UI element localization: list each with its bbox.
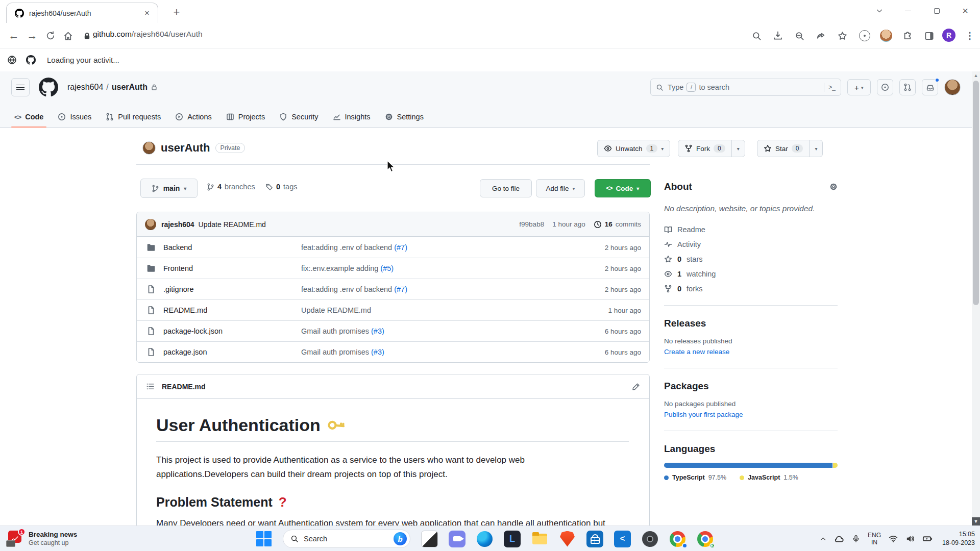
side-panel-icon[interactable] bbox=[922, 29, 936, 43]
scroll-down-icon[interactable]: ▼ bbox=[972, 517, 980, 525]
share-icon[interactable] bbox=[814, 29, 828, 43]
tab-settings[interactable]: Settings bbox=[378, 107, 431, 127]
tab-actions[interactable]: Actions bbox=[168, 107, 219, 127]
star-button[interactable]: Star 0 ▾ bbox=[757, 140, 823, 157]
volume-icon[interactable] bbox=[905, 534, 915, 543]
extension-circle-icon[interactable] bbox=[857, 29, 872, 43]
commit-author[interactable]: rajesh604 bbox=[161, 220, 194, 229]
address-bar[interactable]: github.com/rajesh604/userAuth bbox=[93, 30, 203, 39]
star-caret[interactable]: ▾ bbox=[809, 140, 822, 157]
window-maximize-button[interactable] bbox=[925, 0, 948, 21]
l-app-icon[interactable]: L bbox=[504, 531, 521, 547]
tab-insights[interactable]: Insights bbox=[326, 107, 378, 127]
browser-profile-avatar[interactable]: R bbox=[942, 29, 955, 42]
issues-header-icon[interactable] bbox=[877, 79, 893, 95]
sidebar-readme-link[interactable]: Readme bbox=[664, 226, 838, 234]
brave-app-icon[interactable] bbox=[559, 531, 576, 547]
tab-projects[interactable]: Projects bbox=[219, 107, 272, 127]
chrome-app-icon[interactable] bbox=[669, 531, 686, 547]
home-icon[interactable] bbox=[60, 28, 76, 43]
breadcrumb-owner[interactable]: rajesh604 bbox=[67, 83, 103, 92]
browser-tab[interactable]: rajesh604/userAuth × bbox=[6, 3, 158, 23]
add-file-button[interactable]: Add file▾ bbox=[536, 179, 585, 197]
edit-pencil-icon[interactable] bbox=[632, 383, 640, 391]
bookmark-star-icon[interactable] bbox=[835, 29, 849, 43]
zoom-out-icon[interactable] bbox=[792, 29, 806, 43]
language-javascript[interactable]: JavaScript1.5% bbox=[740, 474, 798, 481]
battery-icon[interactable] bbox=[922, 534, 933, 544]
file-explorer-app-icon[interactable] bbox=[531, 531, 548, 547]
tab-search-caret-icon[interactable] bbox=[868, 0, 891, 21]
command-palette-icon[interactable]: >_ bbox=[828, 84, 836, 91]
github-logo-icon[interactable] bbox=[39, 78, 58, 97]
sidebar-activity-link[interactable]: Activity bbox=[664, 240, 838, 248]
profile-extension-icon[interactable] bbox=[879, 29, 893, 43]
task-view-app-icon[interactable] bbox=[421, 531, 438, 547]
sidebar-forks-link[interactable]: 0forks bbox=[664, 285, 838, 293]
repo-owner-avatar[interactable] bbox=[142, 141, 156, 155]
search-icon[interactable] bbox=[749, 29, 764, 43]
chrome-profile-k-app-icon[interactable]: K bbox=[697, 531, 714, 547]
create-new-button[interactable]: +▾ bbox=[847, 79, 871, 95]
tab-security[interactable]: Security bbox=[272, 107, 325, 127]
pr-link[interactable]: (#5) bbox=[380, 264, 394, 272]
globe-icon[interactable] bbox=[7, 55, 17, 65]
fork-caret[interactable]: ▾ bbox=[731, 140, 745, 157]
pr-link[interactable]: (#7) bbox=[394, 285, 407, 293]
branches-link[interactable]: 4branches bbox=[207, 183, 255, 191]
fork-button[interactable]: Fork 0 ▾ bbox=[678, 140, 745, 157]
back-icon[interactable]: ← bbox=[6, 28, 21, 43]
pull-requests-header-icon[interactable] bbox=[899, 79, 916, 95]
onedrive-cloud-icon[interactable] bbox=[834, 534, 844, 544]
dark-app-icon[interactable] bbox=[642, 531, 658, 547]
pr-link[interactable]: (#7) bbox=[394, 243, 407, 252]
taskbar-clock[interactable]: 15:05 18-09-2023 bbox=[942, 530, 975, 547]
inbox-icon[interactable] bbox=[922, 79, 938, 95]
taskbar-search-input[interactable]: Search b bbox=[283, 530, 410, 548]
github-user-avatar[interactable] bbox=[944, 79, 961, 95]
start-button[interactable] bbox=[255, 531, 272, 547]
file-row[interactable]: README.md Update README.md 1 hour ago bbox=[137, 299, 649, 320]
sidebar-watching-link[interactable]: 1watching bbox=[664, 270, 838, 278]
go-to-file-button[interactable]: Go to file bbox=[480, 179, 532, 197]
microsoft-store-app-icon[interactable] bbox=[586, 531, 603, 547]
extensions-puzzle-icon[interactable] bbox=[900, 29, 915, 43]
file-row[interactable]: Backend feat:adding .env of backend (#7)… bbox=[137, 237, 649, 258]
vscode-app-icon[interactable]: < bbox=[614, 531, 631, 547]
reload-icon[interactable] bbox=[43, 28, 58, 43]
pr-link[interactable]: (#3) bbox=[371, 327, 384, 335]
edge-app-icon[interactable] bbox=[476, 531, 493, 547]
tab-code[interactable]: <>Code bbox=[7, 107, 51, 127]
tab-close-icon[interactable]: × bbox=[141, 8, 153, 19]
taskbar-news-widget[interactable]: 1 Breaking news Get caught up bbox=[6, 526, 77, 551]
page-scrollbar[interactable]: ▲ ▼ bbox=[972, 71, 980, 525]
tab-pull-requests[interactable]: Pull requests bbox=[99, 107, 168, 127]
gear-icon[interactable] bbox=[829, 183, 838, 191]
breadcrumb-repo[interactable]: userAuth bbox=[112, 83, 148, 92]
scrollbar-thumb[interactable] bbox=[973, 81, 979, 305]
github-search-input[interactable]: Type / to search >_ bbox=[650, 79, 841, 96]
github-loading-favicon-icon[interactable] bbox=[26, 55, 36, 65]
new-tab-button[interactable]: + bbox=[168, 4, 185, 20]
file-row[interactable]: .gitignore feat:adding .env of backend (… bbox=[137, 279, 649, 299]
tags-link[interactable]: 0tags bbox=[265, 183, 298, 191]
file-row[interactable]: package.json Gmail auth promises (#3) 6 … bbox=[137, 341, 649, 362]
wifi-icon[interactable] bbox=[889, 534, 898, 543]
window-minimize-button[interactable] bbox=[896, 0, 920, 21]
language-typescript[interactable]: TypeScript97.5% bbox=[664, 474, 726, 481]
file-row[interactable]: package-lock.json Gmail auth promises (#… bbox=[137, 320, 649, 341]
publish-package-link[interactable]: Publish your first package bbox=[664, 411, 838, 418]
create-release-link[interactable]: Create a new release bbox=[664, 348, 838, 356]
tab-issues[interactable]: Issues bbox=[51, 107, 99, 127]
pr-link[interactable]: (#3) bbox=[371, 348, 384, 356]
repo-title[interactable]: userAuth bbox=[161, 141, 210, 155]
browser-menu-icon[interactable]: ⋮ bbox=[963, 29, 977, 43]
sidebar-stars-link[interactable]: 0stars bbox=[664, 255, 838, 263]
language-indicator[interactable]: ENGIN bbox=[868, 532, 881, 546]
list-icon[interactable] bbox=[146, 382, 155, 391]
commit-message[interactable]: Update README.md bbox=[199, 220, 266, 229]
commit-author-avatar[interactable] bbox=[145, 219, 156, 230]
download-icon[interactable] bbox=[771, 29, 785, 43]
readme-filename[interactable]: README.md bbox=[162, 383, 206, 391]
commit-history-link[interactable]: 16commits bbox=[594, 220, 641, 229]
